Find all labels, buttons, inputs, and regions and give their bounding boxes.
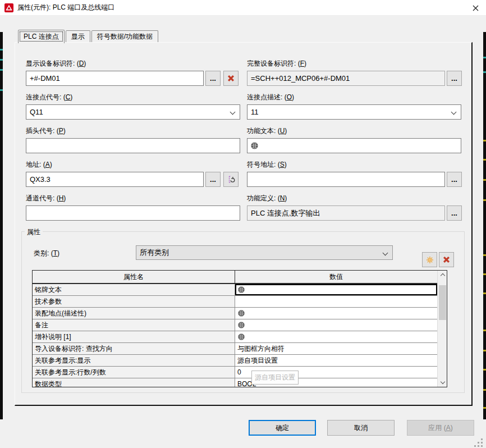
table-row[interactable]: 增补说明 [1] xyxy=(33,331,447,343)
property-table: 属性名 数值 铭牌文本 技术参数 装配地点(描述性) xyxy=(32,270,447,387)
tab-strip: PLC 连接点 显示 符号数据/功能数据 xyxy=(18,30,159,42)
scroll-up-arrow-icon[interactable] xyxy=(438,271,447,279)
ok-button[interactable]: 确定 xyxy=(249,420,316,436)
full-dt-input[interactable] xyxy=(247,71,445,86)
property-value-cell[interactable] xyxy=(235,331,437,343)
star-icon xyxy=(426,256,434,264)
tab-symbol-function-data[interactable]: 符号数据/功能数据 xyxy=(91,30,158,42)
table-row[interactable]: 关联参考显示:显示 源自项目设置 xyxy=(33,355,447,367)
title-bar: 属性(元件): PLC 端口及总线端口 xyxy=(0,0,486,16)
apply-button: 应用 (A) xyxy=(407,420,474,436)
table-row[interactable]: 导入设备标识符: 查找方向 与图框方向相符 xyxy=(33,343,447,355)
properties-dialog: 属性(元件): PLC 端口及总线端口 PLC 连接点 显示 符号数据/功能数 xyxy=(0,0,486,448)
properties-group-title: 属性 xyxy=(25,227,43,237)
table-row[interactable]: 铭牌文本 xyxy=(33,284,447,296)
property-value-cell[interactable] xyxy=(235,296,437,308)
globe-icon xyxy=(237,309,245,317)
channel-code-input[interactable] xyxy=(26,205,240,221)
scrollbar-thumb[interactable] xyxy=(439,285,446,320)
property-name-cell[interactable]: 导入设备标识符: 查找方向 xyxy=(33,343,235,355)
display-dt-input[interactable] xyxy=(26,71,204,86)
full-dt-label: 完整设备标识符: (F) xyxy=(247,59,306,68)
tab-plc-connection-point[interactable]: PLC 连接点 xyxy=(18,30,65,43)
ellipsis-icon: ... xyxy=(451,209,457,217)
display-dt-label: 显示设备标识符: (D) xyxy=(26,59,86,68)
property-table-body: 铭牌文本 技术参数 装配地点(描述性) 备注 xyxy=(33,284,447,387)
table-scrollbar[interactable] xyxy=(437,271,447,387)
ellipsis-icon: ... xyxy=(210,74,216,83)
globe-icon xyxy=(237,321,245,329)
func-text-input[interactable] xyxy=(247,138,461,153)
conn-desc-value: 11 xyxy=(251,108,259,116)
address-browse-button[interactable]: ... xyxy=(205,172,221,187)
table-row[interactable]: 装配地点(描述性) xyxy=(33,308,447,319)
property-value-cell[interactable]: 与图框方向相符 xyxy=(235,343,437,355)
property-name-cell[interactable]: 铭牌文本 xyxy=(33,284,235,296)
resize-grip[interactable] xyxy=(474,445,476,447)
display-dt-delete-button[interactable] xyxy=(223,71,239,86)
channel-code-label: 通道代号: (H) xyxy=(26,194,66,203)
table-header-row: 属性名 数值 xyxy=(33,271,447,284)
property-value-cell[interactable]: 源自项目设置 xyxy=(235,355,437,367)
sym-address-browse-button[interactable]: ... xyxy=(447,172,462,187)
property-value-text: 0 xyxy=(237,368,241,376)
tab-display[interactable]: 显示 xyxy=(66,30,90,42)
table-row[interactable]: 关联参考显示:行数/列数 0 xyxy=(33,367,447,378)
func-text-label: 功能文本: (U) xyxy=(247,126,287,136)
category-combobox[interactable]: 所有类别 xyxy=(136,245,393,260)
sym-address-label: 符号地址: (S) xyxy=(247,160,287,170)
property-name-cell[interactable]: 装配地点(描述性) xyxy=(33,308,235,319)
globe-icon xyxy=(237,333,245,341)
display-dt-browse-button[interactable]: ... xyxy=(205,71,221,86)
address-input[interactable] xyxy=(26,172,204,187)
property-name-cell[interactable]: 数据类型 xyxy=(33,378,235,387)
address-auto-button[interactable] xyxy=(223,172,239,187)
scroll-down-arrow-icon[interactable] xyxy=(438,378,447,387)
auto-address-icon xyxy=(227,175,235,184)
property-value-cell[interactable] xyxy=(235,319,437,331)
property-name-cell[interactable]: 关联参考显示:显示 xyxy=(33,355,235,367)
globe-icon xyxy=(237,286,245,294)
address-label: 地址: (A) xyxy=(26,160,52,170)
func-def-label: 功能定义: (N) xyxy=(247,194,287,203)
new-property-button[interactable] xyxy=(422,252,437,267)
ellipsis-icon: ... xyxy=(210,175,216,184)
table-row[interactable]: 技术参数 xyxy=(33,296,447,308)
property-value-cell[interactable] xyxy=(235,284,437,296)
plug-code-input[interactable] xyxy=(26,138,240,153)
delete-property-button[interactable] xyxy=(439,252,454,267)
property-value-text: 源自项目设置 xyxy=(237,356,278,365)
sym-address-input[interactable] xyxy=(247,172,445,187)
conn-code-label: 连接点代号: (C) xyxy=(26,93,72,102)
ellipsis-icon: ... xyxy=(451,175,457,184)
plug-code-label: 插头代号: (P) xyxy=(26,126,66,136)
property-name-cell[interactable]: 技术参数 xyxy=(33,296,235,308)
func-def-browse-button[interactable]: ... xyxy=(447,205,462,221)
dialog-title: 属性(元件): PLC 端口及总线端口 xyxy=(17,3,114,12)
ellipsis-icon: ... xyxy=(451,74,457,83)
chevron-down-icon xyxy=(230,109,236,115)
background-app-strip-left xyxy=(0,32,3,419)
conn-desc-label: 连接点描述: (O) xyxy=(247,93,294,102)
category-label: 类别: (T) xyxy=(34,249,59,258)
full-dt-browse-button[interactable]: ... xyxy=(447,71,462,86)
tooltip: 源自项目设置 xyxy=(251,371,299,385)
conn-desc-combobox[interactable]: 11 xyxy=(247,104,461,120)
property-name-cell[interactable]: 增补说明 [1] xyxy=(33,331,235,343)
background-app-strip-right xyxy=(483,32,486,419)
property-name-cell[interactable]: 备注 xyxy=(33,319,235,331)
chevron-down-icon xyxy=(383,250,388,256)
property-value-text: 与图框方向相符 xyxy=(237,344,285,354)
func-def-input[interactable] xyxy=(247,205,445,221)
red-x-icon xyxy=(443,256,450,263)
header-property-name: 属性名 xyxy=(33,271,235,283)
header-value: 数值 xyxy=(235,271,437,283)
close-button[interactable] xyxy=(468,1,483,15)
eplan-logo-icon xyxy=(4,3,13,12)
property-value-cell[interactable] xyxy=(235,308,437,319)
cancel-button[interactable]: 取消 xyxy=(327,420,395,436)
property-name-cell[interactable]: 关联参考显示:行数/列数 xyxy=(33,367,235,378)
table-row[interactable]: 备注 xyxy=(33,319,447,331)
table-row[interactable]: 数据类型 BOOL xyxy=(33,378,447,387)
conn-code-combobox[interactable]: Q11 xyxy=(26,104,240,120)
